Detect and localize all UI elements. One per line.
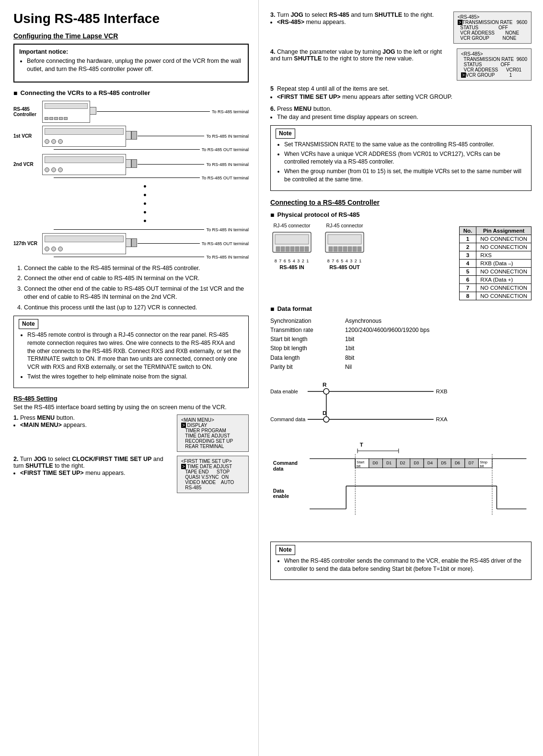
note1-box: Note RS-485 remote control is through a … [13,316,249,388]
table-row: 4RXB (Data –) [459,259,531,267]
svg-rect-2 [276,247,280,251]
rj45-in-pins: 8 7 6 5 4 3 2 1 [275,259,310,263]
svg-text:D3: D3 [414,461,419,465]
important-label: Important notice: [19,48,243,55]
table-row: 2NO CONNECTION [459,243,531,251]
svg-point-18 [323,389,329,394]
note2-item-1: Set TRANSMISSION RATE to the same value … [284,141,526,149]
svg-rect-11 [329,247,333,251]
svg-rect-4 [286,247,289,251]
svg-text:Command: Command [273,461,298,466]
svg-rect-10 [328,235,361,244]
connecting-controller-title: Connecting to a RS-485 Controller [270,199,531,206]
table-row: 6RXA (Data +) [459,275,531,284]
svg-text:D7: D7 [468,461,474,465]
svg-text:RXA: RXA [436,416,447,422]
term-label-5: To RS-485 OUT terminal [202,176,249,180]
term-label-2: To RS-485 IN terminal [206,134,249,139]
note2-item-2: When VCRs have a unique VCR ADDRESS (fro… [284,150,526,166]
svg-rect-13 [338,247,342,251]
vcr-connection-diagram: RS-485 Controller To RS-485 terminal 1st… [13,101,249,260]
data-format-table: SynchronizationAsynchronous Transmittion… [270,317,531,372]
vcr127-label: 127th VCR [13,241,42,246]
svg-text:Data enable: Data enable [270,389,298,394]
connecting-step-2: Connect the other end of cable to RS-485… [24,274,249,283]
svg-text:bit: bit [480,464,484,468]
note2-item-3: When the group number (from 01 to 15) is… [284,167,526,184]
svg-text:D1: D1 [386,461,392,465]
rj45-in-connector: RJ-45 connector [270,223,313,270]
vcr1-label: 1st VCR [13,133,42,139]
data-format-header: Data format [270,305,531,313]
menu-screen-4: <RS-485> TRANSMISSION RATE 9600 STATUS O… [457,48,531,81]
menu-screen-2: <FIRST TIME SET UP> > TIME DATE ADJUST T… [177,456,249,493]
vcr1-graphic [42,126,126,147]
rs485-setting-title: RS-485 Setting [13,395,249,402]
term-label-1: To RS-485 terminal [212,109,249,114]
note3-item-1: When the RS-485 controller sends the com… [284,557,526,573]
ellipsis: ••••• [41,182,249,225]
rs485-step2: 2. Turn JOG to select CLOCK/FIRST TIME S… [13,456,249,493]
note1-label: Note [19,319,38,329]
connecting-steps: Connect the cable to the RS-485 terminal… [13,264,249,312]
circuit-diagram: R D RXB RXA Data enable Command data [270,377,531,439]
rs485-setting-intro: Set the RS-485 interface board setting b… [13,404,249,411]
note2-list: Set TRANSMISSION RATE to the same value … [276,141,526,184]
note3-box: Note When the RS-485 controller sends th… [270,542,531,580]
right-step6: 6. Press MENU button. The day and presen… [270,106,531,122]
svg-text:enable: enable [273,494,289,499]
svg-text:Command data: Command data [270,416,305,422]
note1-list: RS-485 remote control is through a RJ-45… [19,331,243,381]
table-header-no: No. [459,226,476,235]
term-label-7: To RS-485 OUT terminal [202,241,249,246]
controller-label: RS-485 Controller [13,106,42,117]
right-step3: 3. Turn JOG to select RS-485 and turn SH… [270,12,531,44]
rs485-step1: 1. Press MENU button. <MAIN MENU> appear… [13,414,249,452]
svg-rect-8 [305,247,309,251]
timing-diagram: T Command data Start bit D0 [270,440,531,536]
pin-assignment-table: No. Pin Assignment 1NO CONNECTION 2NO CO… [459,226,531,300]
term-label-8: To RS-485 IN terminal [206,255,249,260]
table-row: 5NO CONNECTION [459,267,531,275]
page-title: Using RS-485 Interface [13,12,249,26]
svg-rect-17 [358,247,361,251]
physical-protocol-header: Physical protocol of RS-485 [270,211,531,219]
connecting-step-3: Connect the other end of the cable to RS… [24,285,249,302]
rs485-step1-num: 1. [13,414,18,421]
note1-item-1: RS-485 remote control is through a RJ-45… [27,331,243,371]
table-row: 3RXS [459,251,531,259]
right-step4: 4. Change the parameter value by turning… [270,48,531,81]
term-label-3: To RS-485 OUT terminal [202,147,249,152]
important-box: Important notice: Before connecting the … [13,44,249,83]
config-title: Configuring the Time Lapse VCR [13,32,249,40]
right-step5: 5 Repeat step 4 until all of the items a… [270,85,531,102]
svg-text:D4: D4 [427,461,433,465]
term-label-4: To RS-485 IN terminal [206,162,249,167]
svg-rect-7 [300,247,304,251]
rs485-step1-sub: <MAIN MENU> appears. [20,421,168,430]
svg-text:R: R [323,381,327,388]
svg-rect-6 [295,247,299,251]
rj45-out-pins: 8 7 6 5 4 3 2 1 [327,259,362,263]
note3-list: When the RS-485 controller sends the com… [276,557,526,573]
connecting-vcrs-header: Connecting the VCRs to a RS-485 controll… [13,89,249,97]
svg-rect-3 [281,247,285,251]
connecting-step-1: Connect the cable to the RS-485 terminal… [24,264,249,273]
svg-rect-16 [353,247,357,251]
svg-text:Data: Data [273,488,284,493]
controller-graphic [42,101,90,123]
rj45-out-top-label: RJ-45 connector [326,223,363,228]
rj45-in-top-label: RJ-45 connector [273,223,310,228]
table-header-pin: Pin Assignment [476,226,531,235]
svg-rect-5 [290,247,294,251]
svg-text:T: T [360,442,363,448]
important-text: Before connecting the hardware, unplug t… [27,57,243,74]
table-row: 1NO CONNECTION [459,235,531,243]
table-row: 8NO CONNECTION [459,292,531,300]
note3-label: Note [276,545,295,555]
note1-item-2: Twist the wires together to help elimina… [27,373,243,381]
table-row: 7NO CONNECTION [459,284,531,292]
svg-text:data: data [273,466,284,472]
connecting-step-4: Continue this process until the last (up… [24,304,249,312]
rj45-out-svg [323,230,366,259]
